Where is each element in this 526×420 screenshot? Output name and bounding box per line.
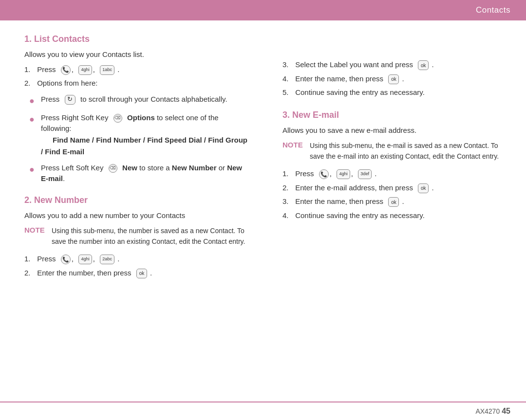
- 3def-key: 3def: [358, 169, 372, 179]
- section2-step1: 1. Press 📞, 4ghi, 2abc .: [24, 254, 248, 265]
- main-content: 1. List Contacts Allows you to view your…: [0, 20, 526, 402]
- scroll-key-icon: ↻: [65, 95, 75, 105]
- footer-page: 45: [502, 407, 510, 416]
- section3-step2: 2. Enter the e-mail address, then press …: [282, 183, 507, 194]
- section2-note: NOTE Using this sub-menu, the number is …: [24, 226, 248, 247]
- phone-key-icon: 📞: [61, 65, 71, 75]
- section-list-contacts: 1. List Contacts Allows you to view your…: [24, 34, 248, 184]
- bullet-dot-3: ●: [29, 163, 38, 176]
- section-new-email: 3. New E-mail Allows you to save a new e…: [282, 110, 507, 221]
- ok-key-2: ok: [418, 60, 429, 70]
- bullet-dot-1: ●: [29, 94, 38, 108]
- section2-right-steps: 3. Select the Label you want and press o…: [282, 59, 507, 98]
- ok-key-5: ok: [388, 197, 399, 207]
- bullet-new: ● Press Left Soft Key ⌫ New to store a N…: [29, 163, 248, 184]
- footer: AX4270 45: [0, 402, 526, 420]
- bullet-dot-2: ●: [29, 113, 38, 126]
- section3-intro: Allows you to save a new e-mail address.: [282, 125, 507, 136]
- 2abc-key: 2abc: [100, 255, 114, 264]
- section-new-number: 2. New Number Allows you to add a new nu…: [24, 195, 248, 279]
- section2-intro: Allows you to add a new number to your C…: [24, 210, 248, 221]
- ok-key-4: ok: [418, 183, 429, 193]
- section1-heading: 1. List Contacts: [24, 34, 248, 44]
- 1abc-key-icon: 1abc: [100, 65, 114, 75]
- bullet-options: ● Press Right Soft Key ⌫ Options to sele…: [29, 112, 248, 158]
- section1-bullets: ● Press ↻ to scroll through your Contact…: [29, 94, 248, 184]
- ok-key-1: ok: [136, 269, 147, 278]
- note-text-1: Using this sub-menu, the number is saved…: [52, 226, 248, 247]
- footer-model: AX4270: [475, 407, 500, 415]
- right-column: 3. Select the Label you want and press o…: [278, 34, 507, 392]
- header: Contacts: [0, 0, 526, 20]
- phone-key-3: 📞: [319, 169, 329, 179]
- left-soft-key-icon: ⌫: [109, 164, 117, 173]
- section2-steps: 1. Press 📞, 4ghi, 2abc . 2. Enter the nu…: [24, 254, 248, 278]
- section1-step1: 1. Press 📞, 4ghi, 1abc .: [24, 64, 248, 75]
- section2-heading: 2. New Number: [24, 195, 248, 205]
- note-text-2: Using this sub-menu, the e-mail is saved…: [310, 141, 507, 162]
- section3-heading: 3. New E-mail: [282, 110, 507, 120]
- right-soft-key-icon: ⌫: [113, 114, 122, 123]
- header-title: Contacts: [476, 5, 510, 15]
- note-label-1: NOTE: [24, 226, 52, 234]
- section3-note: NOTE Using this sub-menu, the e-mail is …: [282, 141, 507, 162]
- section2-step4: 4. Enter the name, then press ok .: [282, 73, 507, 85]
- 4ghi-key-3: 4ghi: [337, 169, 350, 179]
- section1-steps: 1. Press 📞, 4ghi, 1abc . 2. Options from…: [24, 64, 248, 89]
- section2-step5: 5. Continue saving the entry as necessar…: [282, 87, 507, 98]
- section3-steps: 1. Press 📞, 4ghi, 3def . 2. Enter the e-…: [282, 168, 507, 221]
- section1-intro: Allows you to view your Contacts list.: [24, 49, 248, 60]
- phone-key-2: 📞: [61, 255, 71, 264]
- section3-step1: 1. Press 📞, 4ghi, 3def .: [282, 168, 507, 180]
- section2-step3: 3. Select the Label you want and press o…: [282, 59, 507, 71]
- section3-step4: 4. Continue saving the entry as necessar…: [282, 210, 507, 221]
- left-column: 1. List Contacts Allows you to view your…: [24, 34, 258, 392]
- section2-step2: 2. Enter the number, then press ok .: [24, 268, 248, 279]
- bullet-scroll: ● Press ↻ to scroll through your Contact…: [29, 94, 248, 108]
- find-options: Find Name / Find Number / Find Speed Dia…: [41, 136, 247, 156]
- section3-step3: 3. Enter the name, then press ok .: [282, 196, 507, 207]
- ok-key-3: ok: [388, 74, 399, 84]
- section1-step2: 2. Options from here:: [24, 78, 248, 89]
- 4ghi-key-icon: 4ghi: [78, 65, 92, 75]
- 4ghi-key-2: 4ghi: [78, 255, 92, 264]
- note-label-2: NOTE: [282, 141, 310, 149]
